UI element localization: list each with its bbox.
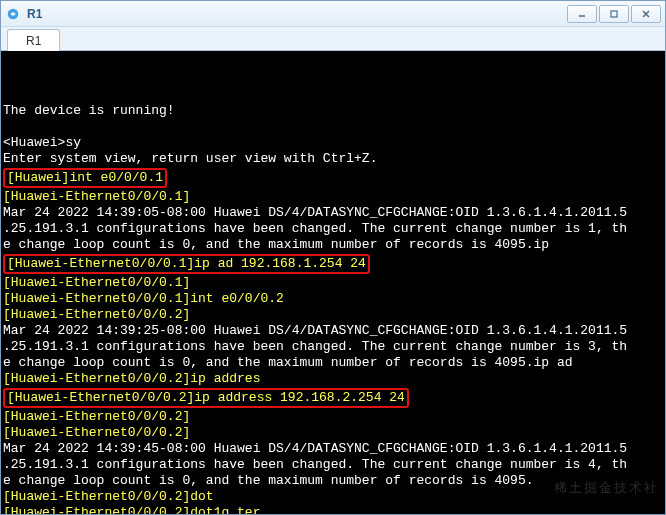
terminal-line: [Huawei-Ethernet0/0/0.1] bbox=[3, 189, 663, 205]
terminal-line: .25.191.3.1 configurations have been cha… bbox=[3, 339, 663, 355]
app-icon bbox=[5, 6, 21, 22]
terminal-line: [Huawei-Ethernet0/0/0.2]ip address 192.1… bbox=[3, 387, 663, 409]
highlight-box: [Huawei-Ethernet0/0/0.1]ip ad 192.168.1.… bbox=[3, 254, 370, 274]
terminal-line bbox=[3, 119, 663, 135]
terminal-line: [Huawei-Ethernet0/0/0.1]int e0/0/0.2 bbox=[3, 291, 663, 307]
app-window: R1 R1 稀土掘金技术社 The device is running! <Hu… bbox=[0, 0, 666, 515]
terminal-line: [Huawei-Ethernet0/0/0.1] bbox=[3, 275, 663, 291]
terminal-line: Enter system view, return user view with… bbox=[3, 151, 663, 167]
terminal-line: [Huawei-Ethernet0/0/0.1]ip ad 192.168.1.… bbox=[3, 253, 663, 275]
svg-rect-2 bbox=[611, 11, 617, 17]
terminal-line: Mar 24 2022 14:39:05-08:00 Huawei DS/4/D… bbox=[3, 205, 663, 221]
terminal-line: e change loop count is 0, and the maximu… bbox=[3, 355, 663, 371]
terminal-line: <Huawei>sy bbox=[3, 135, 663, 151]
terminal-line: The device is running! bbox=[3, 103, 663, 119]
terminal-line: [Huawei-Ethernet0/0/0.2]ip addres bbox=[3, 371, 663, 387]
highlight-box: [Huawei]int e0/0/0.1 bbox=[3, 168, 167, 188]
highlight-box: [Huawei-Ethernet0/0/0.2]ip address 192.1… bbox=[3, 388, 409, 408]
minimize-button[interactable] bbox=[567, 5, 597, 23]
terminal[interactable]: 稀土掘金技术社 The device is running! <Huawei>s… bbox=[1, 51, 665, 514]
tab-label: R1 bbox=[26, 34, 41, 48]
terminal-line: .25.191.3.1 configurations have been cha… bbox=[3, 457, 663, 473]
terminal-line: Mar 24 2022 14:39:25-08:00 Huawei DS/4/D… bbox=[3, 323, 663, 339]
terminal-line: [Huawei-Ethernet0/0/0.2]dot1q ter bbox=[3, 505, 663, 514]
terminal-line: Mar 24 2022 14:39:45-08:00 Huawei DS/4/D… bbox=[3, 441, 663, 457]
terminal-line: [Huawei]int e0/0/0.1 bbox=[3, 167, 663, 189]
maximize-button[interactable] bbox=[599, 5, 629, 23]
terminal-line: .25.191.3.1 configurations have been cha… bbox=[3, 221, 663, 237]
terminal-line: [Huawei-Ethernet0/0/0.2] bbox=[3, 409, 663, 425]
close-button[interactable] bbox=[631, 5, 661, 23]
watermark: 稀土掘金技术社 bbox=[554, 480, 659, 496]
terminal-line: [Huawei-Ethernet0/0/0.2] bbox=[3, 307, 663, 323]
terminal-line: e change loop count is 0, and the maximu… bbox=[3, 237, 663, 253]
tab-strip: R1 bbox=[1, 27, 665, 51]
titlebar[interactable]: R1 bbox=[1, 1, 665, 27]
terminal-line: [Huawei-Ethernet0/0/0.2] bbox=[3, 425, 663, 441]
tab-r1[interactable]: R1 bbox=[7, 29, 60, 51]
window-title: R1 bbox=[27, 7, 567, 21]
window-controls bbox=[567, 5, 661, 23]
